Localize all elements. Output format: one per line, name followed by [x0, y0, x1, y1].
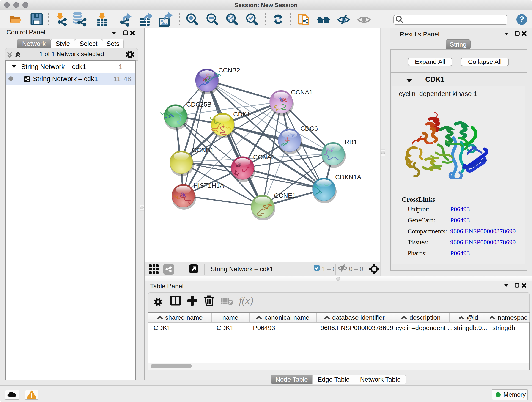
svg-text:CDC25B: CDC25B	[186, 101, 211, 108]
svg-text:?: ?	[519, 15, 524, 24]
svg-text:HIST1H1A: HIST1H1A	[193, 182, 224, 189]
svg-text:RB1: RB1	[345, 138, 357, 146]
svg-text:f(x): f(x)	[239, 295, 253, 306]
svg-text:CCNB1: CCNB1	[192, 147, 214, 153]
svg-text:CCNB2: CCNB2	[218, 67, 240, 74]
svg-text:CCNA1: CCNA1	[291, 89, 313, 96]
svg-text:CDKN1A: CDKN1A	[335, 173, 361, 181]
svg-text:CDC6: CDC6	[300, 125, 318, 132]
svg-text:CCNE1: CCNE1	[274, 192, 296, 199]
svg-text:CDK1: CDK1	[233, 111, 250, 118]
svg-text:CCNA2: CCNA2	[253, 153, 275, 161]
